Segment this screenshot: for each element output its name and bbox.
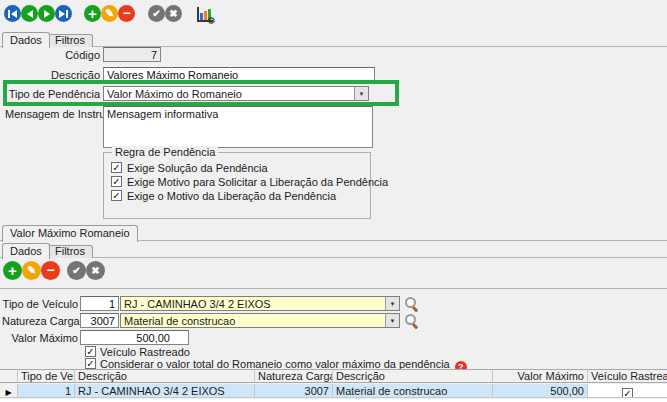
codigo-label: Código	[5, 49, 100, 61]
chevron-down-icon[interactable]: ▼	[385, 297, 399, 310]
nav-first-button[interactable]	[4, 5, 21, 22]
chart-settings-button[interactable]: ⚙	[196, 6, 216, 23]
nav-last-icon	[59, 10, 65, 18]
check-icon: ✔	[72, 266, 80, 276]
valor-maximo-field[interactable]	[80, 330, 189, 345]
mensagem-label: Mensagem de Instrução	[5, 108, 100, 120]
check-icon: ✓	[86, 346, 94, 357]
regra-pendencia-title: Regra de Pendência	[112, 146, 218, 158]
grid-header-veiculo-rastreado[interactable]: Veículo Rastreado	[588, 369, 667, 383]
detail-delete-button[interactable]: −	[41, 261, 60, 280]
check-icon: ✓	[112, 176, 120, 187]
pencil-icon: ✎	[105, 8, 114, 19]
row-selector-cell: ▶	[0, 384, 18, 398]
tab-valor-maximo-romaneio[interactable]: Valor Máximo Romaneio	[2, 225, 138, 242]
detail-form-divider	[0, 288, 667, 289]
nav-next-icon	[44, 10, 50, 18]
exige-motivo-solicitar-checkbox[interactable]: ✓	[111, 176, 122, 187]
detail-tab-divider	[0, 257, 667, 258]
grid-header-valor-maximo[interactable]: Valor Máximo	[493, 369, 588, 383]
table-row[interactable]: ▶ 1 RJ - CAMINHAO 3/4 2 EIXOS 3007 Mater…	[0, 384, 667, 398]
valor-maximo-label: Valor Máximo	[2, 332, 78, 344]
nav-previous-icon	[27, 10, 33, 18]
descricao-label: Descrição	[5, 69, 100, 81]
nav-first-icon	[11, 10, 17, 18]
edit-record-button[interactable]: ✎	[101, 5, 118, 22]
cell-descricao-2: Material de construcao	[333, 384, 493, 398]
tipo-pendencia-value: Valor Máximo do Romaneio	[104, 87, 354, 100]
last-bar-icon	[66, 10, 68, 18]
tab-detail-filtros[interactable]: Filtros	[47, 245, 93, 258]
veiculo-rastreado-label: Veículo Rastreado	[100, 346, 190, 358]
cell-tipo-veiculo: 1	[18, 384, 75, 398]
chevron-down-icon[interactable]: ▼	[385, 314, 399, 327]
tipo-veiculo-value: RJ - CAMINHAO 3/4 2 EIXOS	[121, 297, 385, 310]
plus-icon: +	[8, 263, 17, 278]
first-bar-icon	[8, 10, 10, 18]
tab-master-filtros[interactable]: Filtros	[47, 34, 93, 47]
delete-record-button[interactable]: −	[118, 5, 135, 22]
detail-add-button[interactable]: +	[3, 261, 22, 280]
grid-header-natureza-carga[interactable]: Natureza Carga	[255, 369, 333, 383]
tipo-veiculo-search-button[interactable]	[405, 297, 419, 311]
detail-confirm-button[interactable]: ✔	[67, 261, 86, 280]
row-marker-icon: ▶	[5, 388, 11, 397]
detail-edit-button[interactable]: ✎	[22, 261, 41, 280]
check-icon: ✓	[623, 388, 631, 398]
mensagem-field[interactable]: Mensagem informativa	[103, 106, 373, 148]
confirm-button[interactable]: ✔	[148, 5, 165, 22]
tipo-pendencia-label: Tipo de Pendência	[5, 88, 100, 100]
tipo-veiculo-code-field[interactable]	[80, 296, 119, 311]
codigo-field[interactable]	[103, 47, 161, 62]
tipo-veiculo-label: Tipo de Veículo	[2, 298, 78, 310]
add-record-button[interactable]: +	[84, 5, 101, 22]
x-icon: ✖	[91, 266, 99, 276]
detail-cancel-button[interactable]: ✖	[86, 261, 105, 280]
tab-master-dados[interactable]: Dados	[2, 32, 50, 48]
app-window: + ✎ − ✔ ✖ ⚙ Dados Filtros Código Descriç…	[0, 0, 667, 402]
tipo-pendencia-dropdown[interactable]: Valor Máximo do Romaneio ▼	[103, 86, 369, 101]
cell-natureza-carga: 3007	[255, 384, 333, 398]
exige-motivo-liberacao-checkbox[interactable]: ✓	[111, 190, 122, 201]
check-icon: ✓	[112, 162, 120, 173]
check-icon: ✓	[112, 190, 120, 201]
grid-header-selector	[0, 369, 18, 383]
chevron-down-icon[interactable]: ▼	[354, 87, 368, 100]
search-handle-icon	[412, 323, 418, 329]
nav-previous-button[interactable]	[21, 5, 38, 22]
cell-veiculo-rastreado: ✓	[588, 384, 667, 398]
natureza-carga-label: Natureza Carga	[2, 315, 78, 327]
minus-icon: −	[46, 264, 54, 277]
search-handle-icon	[412, 306, 418, 312]
natureza-carga-value: Material de construcao	[121, 314, 385, 327]
grid-header-tipo-veiculo[interactable]: Tipo de Veículo	[18, 369, 75, 383]
tab-detail-dados[interactable]: Dados	[2, 243, 50, 259]
natureza-carga-dropdown[interactable]: Material de construcao ▼	[120, 313, 400, 328]
x-icon: ✖	[169, 9, 177, 19]
gear-icon: ⚙	[207, 15, 216, 26]
considerar-valor-total-checkbox[interactable]: ✓	[85, 358, 96, 369]
nav-last-button[interactable]	[55, 5, 72, 22]
exige-motivo-liberacao-label: Exige o Motivo da Liberação da Pendência	[127, 190, 336, 202]
cancel-button[interactable]: ✖	[165, 5, 182, 22]
veiculo-rastreado-checkbox[interactable]: ✓	[85, 346, 96, 357]
pencil-icon: ✎	[27, 265, 36, 276]
grid-header-descricao-1[interactable]: Descrição	[75, 369, 255, 383]
check-icon: ✔	[152, 9, 160, 19]
chart-bar-blue-icon	[200, 13, 203, 20]
plus-icon: +	[88, 6, 97, 21]
nav-next-button[interactable]	[38, 5, 55, 22]
cell-descricao-1: RJ - CAMINHAO 3/4 2 EIXOS	[75, 384, 255, 398]
exige-solucao-checkbox[interactable]: ✓	[111, 162, 122, 173]
exige-motivo-solicitar-label: Exige Motivo para Solicitar a Liberação …	[127, 176, 388, 188]
row-rastreado-checkbox[interactable]: ✓	[622, 388, 633, 398]
natureza-carga-code-field[interactable]	[80, 313, 119, 328]
grid-data: ▶ 1 RJ - CAMINHAO 3/4 2 EIXOS 3007 Mater…	[0, 384, 667, 398]
minus-icon: −	[122, 7, 130, 20]
check-icon: ✓	[86, 358, 94, 369]
natureza-carga-search-button[interactable]	[405, 314, 419, 328]
master-tab-divider	[0, 46, 667, 47]
tipo-veiculo-dropdown[interactable]: RJ - CAMINHAO 3/4 2 EIXOS ▼	[120, 296, 400, 311]
grid-header-descricao-2[interactable]: Descrição	[333, 369, 493, 383]
descricao-field[interactable]	[103, 67, 375, 82]
